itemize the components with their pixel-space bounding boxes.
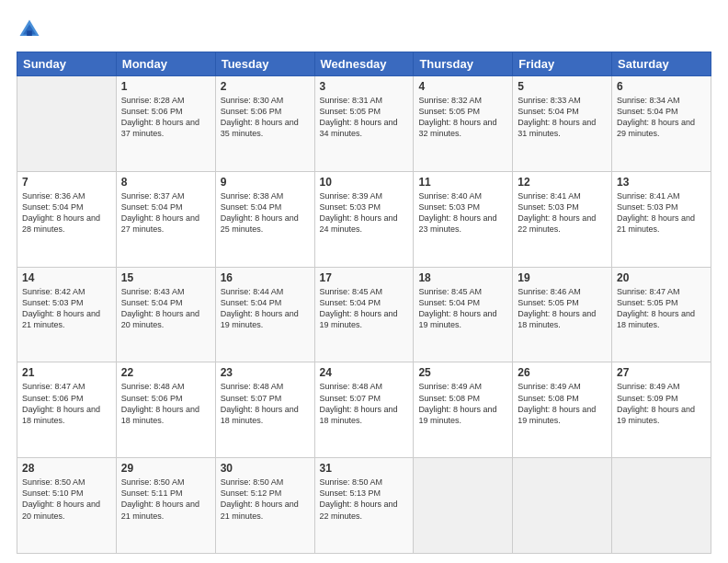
day-number: 29 bbox=[121, 462, 210, 475]
day-info: Sunrise: 8:47 AMSunset: 5:06 PMDaylight:… bbox=[22, 382, 100, 424]
day-info: Sunrise: 8:37 AMSunset: 5:04 PMDaylight:… bbox=[121, 191, 199, 234]
day-info: Sunrise: 8:30 AMSunset: 5:06 PMDaylight:… bbox=[221, 96, 299, 138]
calendar-cell: 21 Sunrise: 8:47 AMSunset: 5:06 PMDaylig… bbox=[17, 362, 117, 458]
day-number: 21 bbox=[22, 366, 111, 379]
day-info: Sunrise: 8:38 AMSunset: 5:04 PMDaylight:… bbox=[221, 191, 299, 234]
calendar-cell: 12 Sunrise: 8:41 AMSunset: 5:03 PMDaylig… bbox=[513, 171, 612, 267]
calendar-cell: 20 Sunrise: 8:47 AMSunset: 5:05 PMDaylig… bbox=[612, 267, 711, 362]
day-info: Sunrise: 8:39 AMSunset: 5:03 PMDaylight:… bbox=[320, 191, 398, 234]
day-number: 7 bbox=[22, 176, 111, 189]
day-number: 10 bbox=[320, 176, 409, 189]
calendar-cell: 23 Sunrise: 8:48 AMSunset: 5:07 PMDaylig… bbox=[215, 362, 314, 458]
day-info: Sunrise: 8:46 AMSunset: 5:05 PMDaylight:… bbox=[518, 287, 596, 329]
day-number: 5 bbox=[518, 80, 607, 93]
day-info: Sunrise: 8:43 AMSunset: 5:04 PMDaylight:… bbox=[121, 287, 199, 329]
calendar-cell: 9 Sunrise: 8:38 AMSunset: 5:04 PMDayligh… bbox=[215, 171, 314, 267]
calendar-cell: 15 Sunrise: 8:43 AMSunset: 5:04 PMDaylig… bbox=[116, 267, 215, 362]
day-info: Sunrise: 8:40 AMSunset: 5:03 PMDaylight:… bbox=[418, 191, 496, 234]
calendar-cell: 10 Sunrise: 8:39 AMSunset: 5:03 PMDaylig… bbox=[314, 171, 414, 267]
day-number: 22 bbox=[121, 366, 210, 379]
day-info: Sunrise: 8:36 AMSunset: 5:04 PMDaylight:… bbox=[22, 191, 100, 234]
day-info: Sunrise: 8:49 AMSunset: 5:08 PMDaylight:… bbox=[418, 382, 496, 424]
calendar-week-4: 28 Sunrise: 8:50 AMSunset: 5:10 PMDaylig… bbox=[17, 458, 711, 554]
day-info: Sunrise: 8:33 AMSunset: 5:04 PMDaylight:… bbox=[518, 96, 596, 138]
calendar-cell: 19 Sunrise: 8:46 AMSunset: 5:05 PMDaylig… bbox=[513, 267, 612, 362]
day-number: 13 bbox=[617, 176, 706, 189]
calendar-cell bbox=[612, 458, 711, 554]
day-info: Sunrise: 8:49 AMSunset: 5:08 PMDaylight:… bbox=[518, 382, 596, 424]
logo-icon bbox=[17, 17, 42, 42]
day-info: Sunrise: 8:50 AMSunset: 5:10 PMDaylight:… bbox=[22, 477, 100, 520]
day-number: 20 bbox=[617, 271, 706, 284]
weekday-header-tuesday: Tuesday bbox=[215, 52, 314, 76]
day-info: Sunrise: 8:49 AMSunset: 5:09 PMDaylight:… bbox=[617, 382, 695, 424]
day-number: 15 bbox=[121, 271, 210, 284]
calendar-cell: 24 Sunrise: 8:48 AMSunset: 5:07 PMDaylig… bbox=[314, 362, 414, 458]
day-info: Sunrise: 8:32 AMSunset: 5:05 PMDaylight:… bbox=[418, 96, 496, 138]
day-number: 1 bbox=[121, 80, 210, 93]
day-info: Sunrise: 8:45 AMSunset: 5:04 PMDaylight:… bbox=[320, 287, 398, 329]
day-number: 8 bbox=[121, 176, 210, 189]
calendar: SundayMondayTuesdayWednesdayThursdayFrid… bbox=[17, 52, 711, 554]
calendar-table: SundayMondayTuesdayWednesdayThursdayFrid… bbox=[17, 52, 711, 554]
weekday-header-thursday: Thursday bbox=[414, 52, 513, 76]
day-info: Sunrise: 8:48 AMSunset: 5:07 PMDaylight:… bbox=[320, 382, 398, 424]
day-info: Sunrise: 8:50 AMSunset: 5:11 PMDaylight:… bbox=[121, 477, 199, 520]
calendar-week-1: 7 Sunrise: 8:36 AMSunset: 5:04 PMDayligh… bbox=[17, 171, 711, 267]
calendar-cell: 16 Sunrise: 8:44 AMSunset: 5:04 PMDaylig… bbox=[215, 267, 314, 362]
day-number: 3 bbox=[320, 80, 409, 93]
weekday-header-monday: Monday bbox=[116, 52, 215, 76]
day-info: Sunrise: 8:48 AMSunset: 5:06 PMDaylight:… bbox=[121, 382, 199, 424]
day-info: Sunrise: 8:44 AMSunset: 5:04 PMDaylight:… bbox=[221, 287, 299, 329]
day-info: Sunrise: 8:50 AMSunset: 5:13 PMDaylight:… bbox=[320, 477, 398, 520]
day-number: 6 bbox=[617, 80, 706, 93]
calendar-cell bbox=[17, 76, 117, 172]
day-info: Sunrise: 8:47 AMSunset: 5:05 PMDaylight:… bbox=[617, 287, 695, 329]
day-info: Sunrise: 8:28 AMSunset: 5:06 PMDaylight:… bbox=[121, 96, 199, 138]
calendar-cell: 14 Sunrise: 8:42 AMSunset: 5:03 PMDaylig… bbox=[17, 267, 117, 362]
calendar-cell bbox=[414, 458, 513, 554]
calendar-cell: 13 Sunrise: 8:41 AMSunset: 5:03 PMDaylig… bbox=[612, 171, 711, 267]
header bbox=[17, 17, 711, 42]
day-number: 23 bbox=[221, 366, 310, 379]
day-info: Sunrise: 8:41 AMSunset: 5:03 PMDaylight:… bbox=[518, 191, 596, 234]
day-number: 24 bbox=[320, 366, 409, 379]
day-info: Sunrise: 8:34 AMSunset: 5:04 PMDaylight:… bbox=[617, 96, 695, 138]
weekday-header-saturday: Saturday bbox=[612, 52, 711, 76]
calendar-cell bbox=[513, 458, 612, 554]
day-number: 28 bbox=[22, 462, 111, 475]
day-info: Sunrise: 8:48 AMSunset: 5:07 PMDaylight:… bbox=[221, 382, 299, 424]
svg-rect-2 bbox=[27, 30, 32, 36]
weekday-header-friday: Friday bbox=[513, 52, 612, 76]
calendar-cell: 18 Sunrise: 8:45 AMSunset: 5:04 PMDaylig… bbox=[414, 267, 513, 362]
page: SundayMondayTuesdayWednesdayThursdayFrid… bbox=[0, 0, 728, 563]
day-info: Sunrise: 8:42 AMSunset: 5:03 PMDaylight:… bbox=[22, 287, 100, 329]
weekday-header-wednesday: Wednesday bbox=[314, 52, 414, 76]
day-info: Sunrise: 8:45 AMSunset: 5:04 PMDaylight:… bbox=[418, 287, 496, 329]
day-number: 26 bbox=[518, 366, 607, 379]
calendar-cell: 4 Sunrise: 8:32 AMSunset: 5:05 PMDayligh… bbox=[414, 76, 513, 172]
calendar-week-2: 14 Sunrise: 8:42 AMSunset: 5:03 PMDaylig… bbox=[17, 267, 711, 362]
calendar-cell: 3 Sunrise: 8:31 AMSunset: 5:05 PMDayligh… bbox=[314, 76, 414, 172]
day-number: 16 bbox=[221, 271, 310, 284]
day-info: Sunrise: 8:31 AMSunset: 5:05 PMDaylight:… bbox=[320, 96, 398, 138]
calendar-cell: 29 Sunrise: 8:50 AMSunset: 5:11 PMDaylig… bbox=[116, 458, 215, 554]
day-number: 12 bbox=[518, 176, 607, 189]
calendar-cell: 2 Sunrise: 8:30 AMSunset: 5:06 PMDayligh… bbox=[215, 76, 314, 172]
calendar-cell: 17 Sunrise: 8:45 AMSunset: 5:04 PMDaylig… bbox=[314, 267, 414, 362]
day-number: 14 bbox=[22, 271, 111, 284]
day-number: 9 bbox=[221, 176, 310, 189]
calendar-week-0: 1 Sunrise: 8:28 AMSunset: 5:06 PMDayligh… bbox=[17, 76, 711, 172]
calendar-cell: 27 Sunrise: 8:49 AMSunset: 5:09 PMDaylig… bbox=[612, 362, 711, 458]
calendar-cell: 7 Sunrise: 8:36 AMSunset: 5:04 PMDayligh… bbox=[17, 171, 117, 267]
logo bbox=[17, 17, 46, 42]
calendar-cell: 30 Sunrise: 8:50 AMSunset: 5:12 PMDaylig… bbox=[215, 458, 314, 554]
day-number: 30 bbox=[221, 462, 310, 475]
day-number: 2 bbox=[221, 80, 310, 93]
day-number: 11 bbox=[418, 176, 507, 189]
day-number: 17 bbox=[320, 271, 409, 284]
calendar-cell: 31 Sunrise: 8:50 AMSunset: 5:13 PMDaylig… bbox=[314, 458, 414, 554]
day-number: 27 bbox=[617, 366, 706, 379]
calendar-cell: 28 Sunrise: 8:50 AMSunset: 5:10 PMDaylig… bbox=[17, 458, 117, 554]
calendar-cell: 1 Sunrise: 8:28 AMSunset: 5:06 PMDayligh… bbox=[116, 76, 215, 172]
